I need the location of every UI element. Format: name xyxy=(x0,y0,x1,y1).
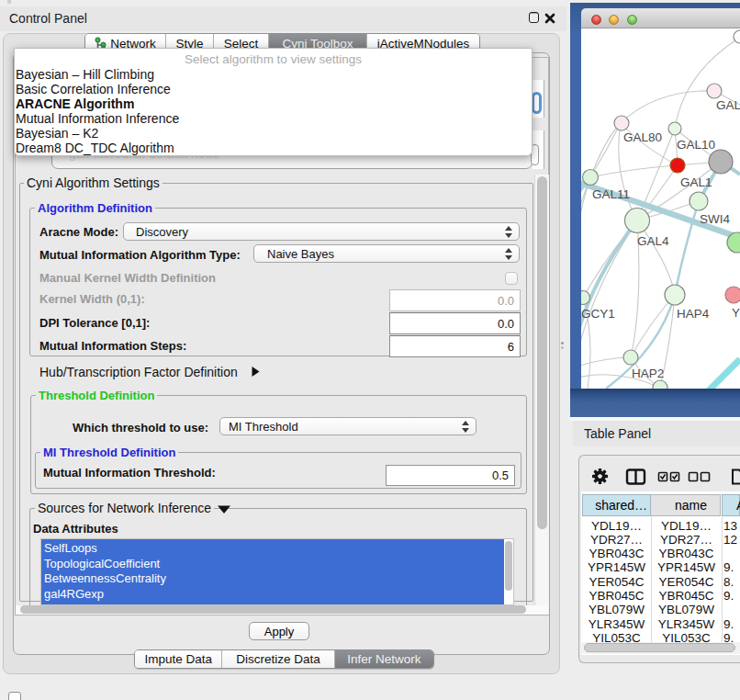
svg-text:GAL1: GAL1 xyxy=(680,175,712,189)
svg-text:GAL80: GAL80 xyxy=(623,130,662,144)
svg-text:HAP2: HAP2 xyxy=(632,367,664,380)
svg-text:SWI4: SWI4 xyxy=(700,212,730,226)
svg-text:GCY1: GCY1 xyxy=(581,307,615,321)
svg-text:GAL7: GAL7 xyxy=(716,98,740,112)
svg-text:GAL4: GAL4 xyxy=(637,234,669,248)
svg-text:GAL11: GAL11 xyxy=(592,187,630,201)
svg-text:GAL10: GAL10 xyxy=(677,138,715,152)
svg-text:Y: Y xyxy=(732,306,740,320)
svg-text:HAP4: HAP4 xyxy=(677,307,710,321)
